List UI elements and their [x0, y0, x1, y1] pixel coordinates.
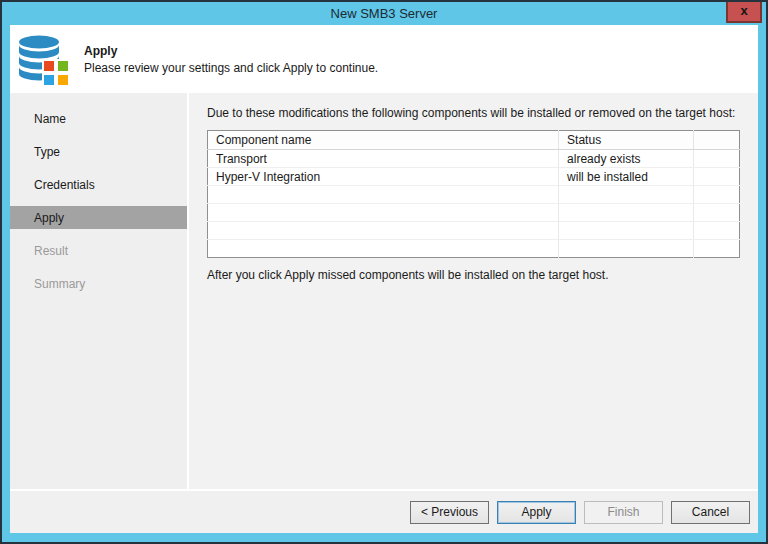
sidebar-item-type[interactable]: Type — [10, 140, 187, 163]
column-header[interactable]: Status — [559, 131, 694, 150]
table-cell — [208, 186, 559, 204]
column-header[interactable]: Component name — [208, 131, 559, 150]
components-table: Component nameStatus Transportalready ex… — [207, 130, 740, 258]
sidebar-item-credentials[interactable]: Credentials — [10, 173, 187, 196]
step-subtitle: Please review your settings and click Ap… — [84, 61, 378, 75]
table-cell: Transport — [208, 150, 559, 168]
wizard-header: Apply Please review your settings and cl… — [10, 25, 758, 93]
sidebar-item-result[interactable]: Result — [10, 239, 187, 262]
table-cell — [693, 222, 739, 240]
sidebar-item-summary[interactable]: Summary — [10, 272, 187, 295]
table-cell — [559, 240, 694, 258]
previous-button[interactable]: < Previous — [410, 501, 489, 524]
table-cell — [208, 204, 559, 222]
header-texts: Apply Please review your settings and cl… — [84, 44, 378, 75]
window-title: New SMB3 Server — [331, 6, 438, 21]
step-title: Apply — [84, 44, 378, 58]
table-cell — [559, 222, 694, 240]
table-row[interactable]: Hyper-V Integrationwill be installed — [208, 168, 740, 186]
dialog-body: Apply Please review your settings and cl… — [10, 25, 758, 533]
footnote-text: After you click Apply missed components … — [207, 268, 740, 282]
smb3-server-icon — [14, 31, 74, 87]
table-cell — [559, 204, 694, 222]
sidebar-item-apply[interactable]: Apply — [10, 206, 187, 229]
titlebar[interactable]: New SMB3 Server — [10, 2, 758, 25]
table-cell — [693, 186, 739, 204]
close-button[interactable]: x — [726, 2, 762, 23]
close-icon: x — [740, 3, 747, 18]
table-cell — [693, 240, 739, 258]
wizard-steps: NameTypeCredentialsApplyResultSummary — [10, 93, 189, 489]
apply-button[interactable]: Apply — [497, 501, 576, 524]
finish-button: Finish — [584, 501, 663, 524]
table-cell: already exists — [559, 150, 694, 168]
components-table-body: Transportalready existsHyper-V Integrati… — [208, 150, 740, 258]
table-cell — [693, 168, 739, 186]
database-windows-icon — [14, 31, 74, 87]
table-cell — [559, 186, 694, 204]
table-cell: will be installed — [559, 168, 694, 186]
table-row[interactable] — [208, 222, 740, 240]
sidebar-item-name[interactable]: Name — [10, 107, 187, 130]
wizard-window: New SMB3 Server x Apply Please rev — [0, 0, 768, 544]
table-row[interactable]: Transportalready exists — [208, 150, 740, 168]
main-content: Due to these modifications the following… — [189, 93, 758, 489]
intro-text: Due to these modifications the following… — [207, 106, 738, 121]
table-cell: Hyper-V Integration — [208, 168, 559, 186]
table-cell — [208, 222, 559, 240]
footer-buttons: < PreviousApplyFinishCancel — [10, 489, 758, 533]
table-cell — [693, 150, 739, 168]
cancel-button[interactable]: Cancel — [671, 501, 750, 524]
table-row[interactable] — [208, 186, 740, 204]
table-row[interactable] — [208, 240, 740, 258]
table-cell — [208, 240, 559, 258]
table-row[interactable] — [208, 204, 740, 222]
table-cell — [693, 204, 739, 222]
column-header[interactable] — [693, 131, 739, 150]
components-table-head-row: Component nameStatus — [208, 131, 740, 150]
